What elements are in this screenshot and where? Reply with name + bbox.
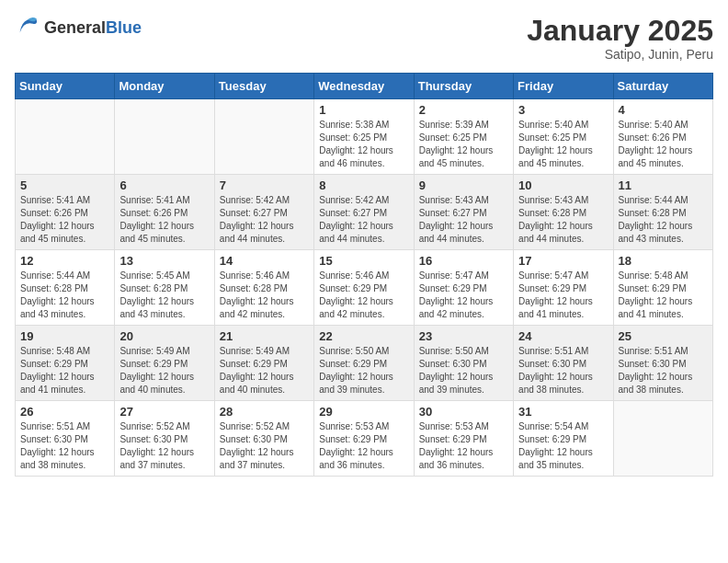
- calendar-cell: 26Sunrise: 5:51 AM Sunset: 6:30 PM Dayli…: [16, 401, 115, 477]
- day-number: 10: [518, 178, 608, 192]
- calendar-cell: 12Sunrise: 5:44 AM Sunset: 6:28 PM Dayli…: [16, 250, 115, 326]
- calendar-cell: 20Sunrise: 5:49 AM Sunset: 6:29 PM Dayli…: [115, 326, 214, 401]
- day-info: Sunrise: 5:52 AM Sunset: 6:30 PM Dayligh…: [119, 420, 209, 472]
- day-info: Sunrise: 5:51 AM Sunset: 6:30 PM Dayligh…: [20, 420, 109, 472]
- weekday-header-saturday: Saturday: [613, 74, 712, 99]
- day-number: 12: [20, 254, 109, 268]
- day-info: Sunrise: 5:46 AM Sunset: 6:28 PM Dayligh…: [220, 270, 309, 321]
- day-number: 24: [518, 329, 608, 343]
- calendar-cell: 5Sunrise: 5:41 AM Sunset: 6:26 PM Daylig…: [16, 175, 115, 250]
- day-number: 21: [220, 329, 309, 343]
- calendar-cell: 13Sunrise: 5:45 AM Sunset: 6:28 PM Dayli…: [115, 250, 214, 326]
- day-number: 15: [319, 254, 408, 268]
- day-number: 13: [119, 254, 209, 268]
- calendar-cell: 15Sunrise: 5:46 AM Sunset: 6:29 PM Dayli…: [314, 250, 414, 326]
- calendar-table: SundayMondayTuesdayWednesdayThursdayFrid…: [15, 73, 713, 477]
- calendar-cell: 30Sunrise: 5:53 AM Sunset: 6:29 PM Dayli…: [414, 401, 513, 477]
- calendar-cell: 22Sunrise: 5:50 AM Sunset: 6:29 PM Dayli…: [314, 326, 414, 401]
- day-info: Sunrise: 5:46 AM Sunset: 6:29 PM Dayligh…: [319, 270, 408, 321]
- calendar-cell: 27Sunrise: 5:52 AM Sunset: 6:30 PM Dayli…: [115, 401, 214, 477]
- month-title: January 2025: [527, 15, 713, 47]
- location-subtitle: Satipo, Junin, Peru: [527, 47, 713, 62]
- day-number: 4: [619, 103, 708, 117]
- day-number: 17: [518, 254, 608, 268]
- weekday-header-wednesday: Wednesday: [314, 74, 414, 99]
- day-number: 6: [119, 178, 209, 192]
- day-info: Sunrise: 5:50 AM Sunset: 6:29 PM Dayligh…: [319, 345, 408, 396]
- day-number: 3: [518, 103, 608, 117]
- day-number: 7: [220, 178, 309, 192]
- day-info: Sunrise: 5:43 AM Sunset: 6:27 PM Dayligh…: [419, 194, 508, 246]
- calendar-cell: 19Sunrise: 5:48 AM Sunset: 6:29 PM Dayli…: [16, 326, 115, 401]
- day-info: Sunrise: 5:42 AM Sunset: 6:27 PM Dayligh…: [220, 194, 309, 246]
- title-area: January 2025 Satipo, Junin, Peru: [527, 15, 713, 62]
- calendar-cell: 10Sunrise: 5:43 AM Sunset: 6:28 PM Dayli…: [514, 175, 613, 250]
- day-info: Sunrise: 5:38 AM Sunset: 6:25 PM Dayligh…: [319, 119, 408, 170]
- day-info: Sunrise: 5:40 AM Sunset: 6:25 PM Dayligh…: [518, 119, 608, 170]
- day-number: 27: [119, 405, 209, 419]
- calendar-cell: 16Sunrise: 5:47 AM Sunset: 6:29 PM Dayli…: [414, 250, 513, 326]
- calendar-cell: [613, 401, 712, 477]
- weekday-header-thursday: Thursday: [414, 74, 513, 99]
- calendar-cell: 29Sunrise: 5:53 AM Sunset: 6:29 PM Dayli…: [314, 401, 414, 477]
- day-info: Sunrise: 5:49 AM Sunset: 6:29 PM Dayligh…: [119, 345, 209, 396]
- weekday-header-tuesday: Tuesday: [214, 74, 313, 99]
- day-info: Sunrise: 5:54 AM Sunset: 6:29 PM Dayligh…: [518, 420, 608, 472]
- day-number: 11: [619, 178, 708, 192]
- weekday-header-friday: Friday: [514, 74, 613, 99]
- calendar-cell: 14Sunrise: 5:46 AM Sunset: 6:28 PM Dayli…: [214, 250, 313, 326]
- calendar-cell: 1Sunrise: 5:38 AM Sunset: 6:25 PM Daylig…: [314, 99, 414, 175]
- day-number: 30: [419, 405, 508, 419]
- calendar-cell: 28Sunrise: 5:52 AM Sunset: 6:30 PM Dayli…: [214, 401, 313, 477]
- calendar-cell: 21Sunrise: 5:49 AM Sunset: 6:29 PM Dayli…: [214, 326, 313, 401]
- day-info: Sunrise: 5:44 AM Sunset: 6:28 PM Dayligh…: [20, 270, 109, 321]
- day-number: 25: [619, 329, 708, 343]
- day-info: Sunrise: 5:51 AM Sunset: 6:30 PM Dayligh…: [518, 345, 608, 396]
- day-info: Sunrise: 5:40 AM Sunset: 6:26 PM Dayligh…: [619, 119, 708, 170]
- day-number: 8: [319, 178, 408, 192]
- day-info: Sunrise: 5:49 AM Sunset: 6:29 PM Dayligh…: [220, 345, 309, 396]
- calendar-week-row: 1Sunrise: 5:38 AM Sunset: 6:25 PM Daylig…: [16, 99, 713, 175]
- day-number: 5: [20, 178, 109, 192]
- day-info: Sunrise: 5:48 AM Sunset: 6:29 PM Dayligh…: [20, 345, 109, 396]
- day-info: Sunrise: 5:53 AM Sunset: 6:29 PM Dayligh…: [319, 420, 408, 472]
- calendar-cell: [16, 99, 115, 175]
- weekday-header-monday: Monday: [115, 74, 214, 99]
- day-number: 9: [419, 178, 508, 192]
- day-number: 20: [119, 329, 209, 343]
- day-number: 2: [419, 103, 508, 117]
- calendar-week-row: 26Sunrise: 5:51 AM Sunset: 6:30 PM Dayli…: [16, 401, 713, 477]
- calendar-cell: 25Sunrise: 5:51 AM Sunset: 6:30 PM Dayli…: [613, 326, 712, 401]
- day-number: 26: [20, 405, 109, 419]
- day-info: Sunrise: 5:47 AM Sunset: 6:29 PM Dayligh…: [518, 270, 608, 321]
- calendar-cell: 18Sunrise: 5:48 AM Sunset: 6:29 PM Dayli…: [613, 250, 712, 326]
- day-info: Sunrise: 5:53 AM Sunset: 6:29 PM Dayligh…: [419, 420, 508, 472]
- logo-general-text: General: [44, 18, 106, 37]
- calendar-cell: 7Sunrise: 5:42 AM Sunset: 6:27 PM Daylig…: [214, 175, 313, 250]
- logo-blue-text: Blue: [106, 18, 142, 37]
- logo: GeneralBlue: [15, 15, 142, 40]
- day-info: Sunrise: 5:43 AM Sunset: 6:28 PM Dayligh…: [518, 194, 608, 246]
- day-number: 29: [319, 405, 408, 419]
- calendar-cell: 4Sunrise: 5:40 AM Sunset: 6:26 PM Daylig…: [613, 99, 712, 175]
- day-info: Sunrise: 5:44 AM Sunset: 6:28 PM Dayligh…: [619, 194, 708, 246]
- day-info: Sunrise: 5:41 AM Sunset: 6:26 PM Dayligh…: [20, 194, 109, 246]
- day-info: Sunrise: 5:39 AM Sunset: 6:25 PM Dayligh…: [419, 119, 508, 170]
- day-info: Sunrise: 5:48 AM Sunset: 6:29 PM Dayligh…: [619, 270, 708, 321]
- calendar-cell: 23Sunrise: 5:50 AM Sunset: 6:30 PM Dayli…: [414, 326, 513, 401]
- day-number: 14: [220, 254, 309, 268]
- logo-bird-icon: [15, 15, 40, 40]
- day-number: 19: [20, 329, 109, 343]
- calendar-cell: 2Sunrise: 5:39 AM Sunset: 6:25 PM Daylig…: [414, 99, 513, 175]
- calendar-week-row: 12Sunrise: 5:44 AM Sunset: 6:28 PM Dayli…: [16, 250, 713, 326]
- calendar-cell: 3Sunrise: 5:40 AM Sunset: 6:25 PM Daylig…: [514, 99, 613, 175]
- weekday-header-sunday: Sunday: [16, 74, 115, 99]
- day-info: Sunrise: 5:45 AM Sunset: 6:28 PM Dayligh…: [119, 270, 209, 321]
- weekday-header-row: SundayMondayTuesdayWednesdayThursdayFrid…: [16, 74, 713, 99]
- day-info: Sunrise: 5:41 AM Sunset: 6:26 PM Dayligh…: [119, 194, 209, 246]
- day-number: 23: [419, 329, 508, 343]
- calendar-cell: 11Sunrise: 5:44 AM Sunset: 6:28 PM Dayli…: [613, 175, 712, 250]
- day-number: 16: [419, 254, 508, 268]
- day-info: Sunrise: 5:51 AM Sunset: 6:30 PM Dayligh…: [619, 345, 708, 396]
- day-number: 22: [319, 329, 408, 343]
